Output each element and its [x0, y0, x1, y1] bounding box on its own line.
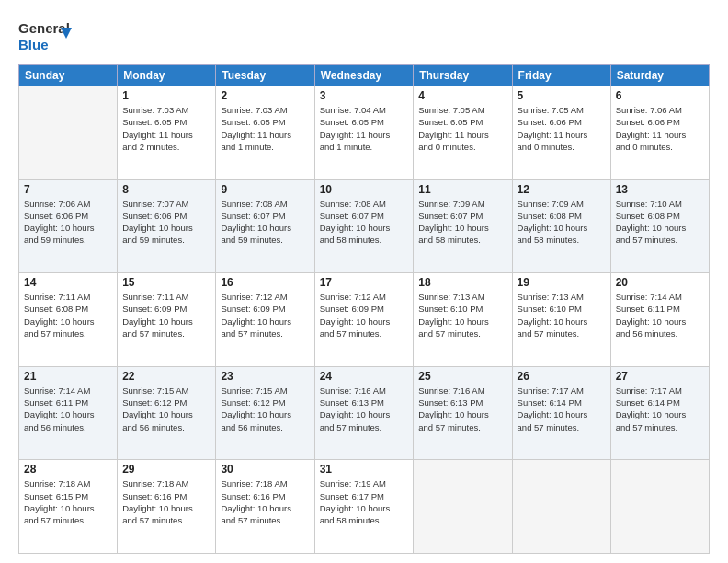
day-number: 15	[122, 276, 210, 289]
day-info: Sunrise: 7:13 AMSunset: 6:10 PMDaylight:…	[518, 291, 606, 339]
calendar-cell: 24Sunrise: 7:16 AMSunset: 6:13 PMDayligh…	[314, 366, 414, 460]
calendar-cell: 8Sunrise: 7:07 AMSunset: 6:06 PMDaylight…	[118, 179, 216, 273]
day-info: Sunrise: 7:14 AMSunset: 6:11 PMDaylight:…	[24, 385, 112, 433]
day-number: 21	[24, 370, 112, 383]
day-info: Sunrise: 7:16 AMSunset: 6:13 PMDaylight:…	[320, 385, 409, 433]
day-number: 7	[24, 183, 112, 196]
day-number: 26	[518, 370, 606, 383]
calendar-cell: 11Sunrise: 7:09 AMSunset: 6:07 PMDayligh…	[414, 179, 512, 273]
day-info: Sunrise: 7:11 AMSunset: 6:08 PMDaylight:…	[24, 291, 112, 339]
day-number: 12	[518, 183, 606, 196]
day-number: 30	[221, 463, 309, 476]
calendar-cell: 14Sunrise: 7:11 AMSunset: 6:08 PMDayligh…	[19, 273, 118, 367]
day-number: 18	[418, 276, 506, 289]
weekday-header-friday: Friday	[512, 65, 610, 86]
calendar-cell: 3Sunrise: 7:04 AMSunset: 6:05 PMDaylight…	[314, 86, 414, 180]
day-number: 17	[320, 276, 409, 289]
svg-text:Blue: Blue	[18, 37, 49, 52]
day-info: Sunrise: 7:06 AMSunset: 6:06 PMDaylight:…	[616, 104, 704, 153]
calendar-cell: 4Sunrise: 7:05 AMSunset: 6:05 PMDaylight…	[414, 86, 512, 180]
day-number: 19	[518, 276, 606, 289]
week-row-2: 7Sunrise: 7:06 AMSunset: 6:06 PMDaylight…	[19, 179, 710, 273]
day-info: Sunrise: 7:12 AMSunset: 6:09 PMDaylight:…	[320, 291, 409, 339]
day-number: 13	[616, 183, 704, 196]
day-number: 11	[418, 183, 506, 196]
calendar-cell: 18Sunrise: 7:13 AMSunset: 6:10 PMDayligh…	[414, 273, 512, 367]
weekday-header-thursday: Thursday	[414, 65, 512, 86]
calendar-cell: 27Sunrise: 7:17 AMSunset: 6:14 PMDayligh…	[610, 366, 709, 460]
weekday-header-saturday: Saturday	[610, 65, 709, 86]
day-info: Sunrise: 7:15 AMSunset: 6:12 PMDaylight:…	[221, 385, 309, 433]
day-info: Sunrise: 7:17 AMSunset: 6:14 PMDaylight:…	[616, 385, 704, 433]
calendar-cell: 29Sunrise: 7:18 AMSunset: 6:16 PMDayligh…	[118, 460, 216, 554]
day-info: Sunrise: 7:16 AMSunset: 6:13 PMDaylight:…	[418, 385, 506, 433]
day-info: Sunrise: 7:13 AMSunset: 6:10 PMDaylight:…	[418, 291, 506, 339]
calendar-cell: 31Sunrise: 7:19 AMSunset: 6:17 PMDayligh…	[314, 460, 414, 554]
day-info: Sunrise: 7:11 AMSunset: 6:09 PMDaylight:…	[122, 291, 210, 339]
day-info: Sunrise: 7:18 AMSunset: 6:15 PMDaylight:…	[24, 477, 112, 526]
day-number: 23	[221, 370, 309, 383]
day-info: Sunrise: 7:05 AMSunset: 6:06 PMDaylight:…	[518, 104, 606, 153]
day-number: 24	[320, 370, 409, 383]
calendar-cell: 23Sunrise: 7:15 AMSunset: 6:12 PMDayligh…	[216, 366, 314, 460]
day-number: 1	[122, 89, 210, 102]
week-row-5: 28Sunrise: 7:18 AMSunset: 6:15 PMDayligh…	[19, 460, 710, 554]
calendar-cell: 2Sunrise: 7:03 AMSunset: 6:05 PMDaylight…	[216, 86, 314, 180]
day-info: Sunrise: 7:18 AMSunset: 6:16 PMDaylight:…	[221, 477, 309, 526]
calendar-cell: 26Sunrise: 7:17 AMSunset: 6:14 PMDayligh…	[512, 366, 610, 460]
day-info: Sunrise: 7:17 AMSunset: 6:14 PMDaylight:…	[518, 385, 606, 433]
day-info: Sunrise: 7:09 AMSunset: 6:07 PMDaylight:…	[418, 198, 506, 247]
day-number: 31	[320, 463, 409, 476]
day-info: Sunrise: 7:15 AMSunset: 6:12 PMDaylight:…	[122, 385, 210, 433]
calendar-cell	[512, 460, 610, 554]
calendar-cell: 9Sunrise: 7:08 AMSunset: 6:07 PMDaylight…	[216, 179, 314, 273]
calendar-cell: 10Sunrise: 7:08 AMSunset: 6:07 PMDayligh…	[314, 179, 414, 273]
day-info: Sunrise: 7:07 AMSunset: 6:06 PMDaylight:…	[122, 198, 210, 247]
day-number: 29	[122, 463, 210, 476]
day-number: 20	[616, 276, 704, 289]
day-number: 8	[122, 183, 210, 196]
calendar-cell: 7Sunrise: 7:06 AMSunset: 6:06 PMDaylight…	[19, 179, 118, 273]
header: GeneralBlue	[18, 17, 710, 55]
calendar-cell	[414, 460, 512, 554]
calendar-table: SundayMondayTuesdayWednesdayThursdayFrid…	[18, 64, 710, 554]
calendar-cell	[19, 86, 118, 180]
day-info: Sunrise: 7:09 AMSunset: 6:08 PMDaylight:…	[518, 198, 606, 247]
calendar-cell: 21Sunrise: 7:14 AMSunset: 6:11 PMDayligh…	[19, 366, 118, 460]
weekday-header-tuesday: Tuesday	[216, 65, 314, 86]
day-info: Sunrise: 7:10 AMSunset: 6:08 PMDaylight:…	[616, 198, 704, 247]
day-info: Sunrise: 7:14 AMSunset: 6:11 PMDaylight:…	[616, 291, 704, 339]
day-number: 14	[24, 276, 112, 289]
day-number: 2	[221, 89, 309, 102]
page: GeneralBlue SundayMondayTuesdayWednesday…	[0, 0, 728, 563]
calendar-cell: 1Sunrise: 7:03 AMSunset: 6:05 PMDaylight…	[118, 86, 216, 180]
day-info: Sunrise: 7:12 AMSunset: 6:09 PMDaylight:…	[221, 291, 309, 339]
day-number: 5	[518, 89, 606, 102]
day-number: 10	[320, 183, 409, 196]
calendar-cell: 17Sunrise: 7:12 AMSunset: 6:09 PMDayligh…	[314, 273, 414, 367]
weekday-header-row: SundayMondayTuesdayWednesdayThursdayFrid…	[19, 65, 710, 86]
day-number: 27	[616, 370, 704, 383]
day-info: Sunrise: 7:05 AMSunset: 6:05 PMDaylight:…	[418, 104, 506, 153]
day-number: 9	[221, 183, 309, 196]
day-number: 22	[122, 370, 210, 383]
calendar-cell: 16Sunrise: 7:12 AMSunset: 6:09 PMDayligh…	[216, 273, 314, 367]
calendar-cell: 20Sunrise: 7:14 AMSunset: 6:11 PMDayligh…	[610, 273, 709, 367]
day-info: Sunrise: 7:08 AMSunset: 6:07 PMDaylight:…	[320, 198, 409, 247]
calendar-cell	[610, 460, 709, 554]
day-info: Sunrise: 7:19 AMSunset: 6:17 PMDaylight:…	[320, 477, 409, 526]
day-info: Sunrise: 7:06 AMSunset: 6:06 PMDaylight:…	[24, 198, 112, 247]
logo: GeneralBlue	[18, 17, 74, 55]
calendar-cell: 13Sunrise: 7:10 AMSunset: 6:08 PMDayligh…	[610, 179, 709, 273]
weekday-header-wednesday: Wednesday	[314, 65, 414, 86]
day-info: Sunrise: 7:08 AMSunset: 6:07 PMDaylight:…	[221, 198, 309, 247]
calendar-cell: 22Sunrise: 7:15 AMSunset: 6:12 PMDayligh…	[118, 366, 216, 460]
calendar-cell: 6Sunrise: 7:06 AMSunset: 6:06 PMDaylight…	[610, 86, 709, 180]
calendar-cell: 28Sunrise: 7:18 AMSunset: 6:15 PMDayligh…	[19, 460, 118, 554]
calendar-cell: 19Sunrise: 7:13 AMSunset: 6:10 PMDayligh…	[512, 273, 610, 367]
calendar-cell: 12Sunrise: 7:09 AMSunset: 6:08 PMDayligh…	[512, 179, 610, 273]
day-number: 25	[418, 370, 506, 383]
day-number: 3	[320, 89, 409, 102]
week-row-1: 1Sunrise: 7:03 AMSunset: 6:05 PMDaylight…	[19, 86, 710, 180]
calendar-cell: 15Sunrise: 7:11 AMSunset: 6:09 PMDayligh…	[118, 273, 216, 367]
